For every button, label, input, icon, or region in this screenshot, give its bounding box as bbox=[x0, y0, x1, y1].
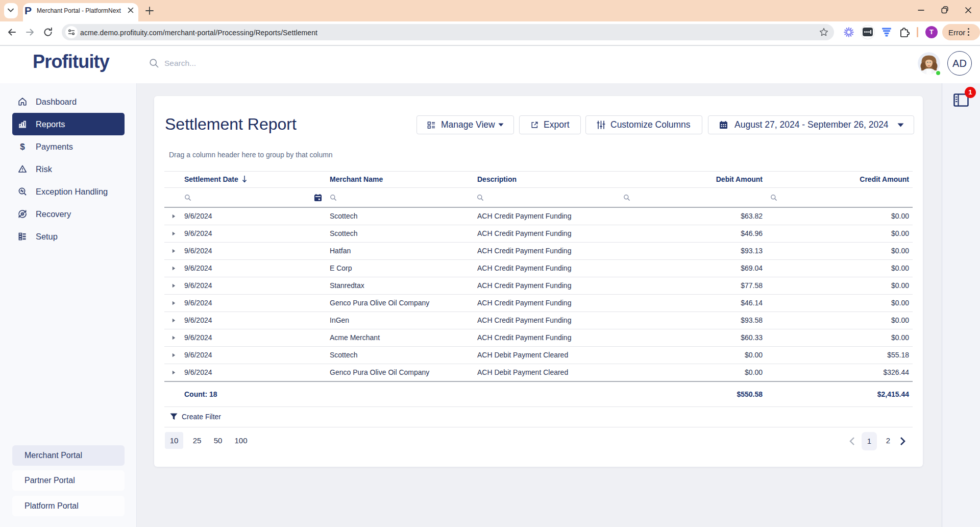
svg-text:$: $ bbox=[20, 142, 25, 152]
